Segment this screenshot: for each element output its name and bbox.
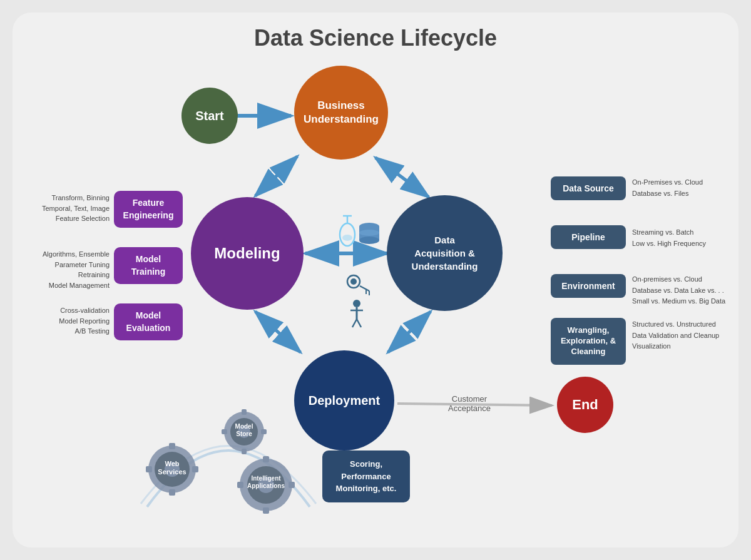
- svg-point-22: [359, 230, 379, 236]
- svg-line-25: [360, 286, 369, 291]
- svg-point-18: [342, 235, 352, 241]
- svg-rect-55: [263, 456, 269, 462]
- svg-point-19: [359, 223, 379, 230]
- modeling-circle: Modeling: [191, 197, 304, 310]
- start-circle: Start: [181, 88, 238, 144]
- svg-rect-58: [289, 482, 295, 488]
- svg-text:Intelligent: Intelligent: [251, 475, 281, 482]
- svg-rect-39: [192, 466, 198, 472]
- svg-rect-47: [242, 449, 247, 454]
- pipeline-label: Streaming vs. Batch Low vs. High Frequen…: [632, 227, 706, 249]
- svg-line-12: [388, 312, 431, 352]
- svg-text:Store: Store: [236, 430, 252, 437]
- svg-rect-57: [237, 482, 243, 488]
- feature-engineering-box: Feature Engineering: [114, 191, 183, 228]
- wrangling-label: Structured vs. Unstructured Data Validat…: [632, 319, 719, 352]
- model-evaluation-box: Model Evaluation: [114, 303, 183, 340]
- feature-eng-label: Transform, Binning Temporal, Text, Image…: [31, 193, 110, 224]
- data-acquisition-circle: DataAcquisition &Understanding: [387, 195, 503, 311]
- customer-acceptance-label: Customer Acceptance: [438, 394, 501, 413]
- business-understanding-circle: Business Understanding: [294, 66, 388, 160]
- end-circle: End: [557, 377, 613, 433]
- svg-rect-38: [146, 466, 152, 472]
- svg-line-6: [255, 156, 297, 196]
- model-training-box: Model Training: [114, 247, 183, 284]
- gears-area: Web Services Model Store Intelligent App…: [122, 382, 335, 519]
- svg-rect-48: [222, 429, 227, 434]
- data-source-box: Data Source: [551, 176, 626, 200]
- svg-rect-46: [242, 409, 247, 415]
- svg-point-15: [340, 223, 355, 246]
- svg-rect-20: [359, 227, 379, 240]
- scoring-box: Scoring, Performance Monitoring, etc.: [322, 451, 410, 502]
- svg-line-4: [376, 158, 429, 197]
- svg-line-31: [352, 319, 357, 327]
- svg-rect-56: [263, 507, 269, 514]
- data-source-label: On-Premises vs. Cloud Database vs. Files: [632, 177, 703, 199]
- environment-box: Environment: [551, 274, 626, 298]
- pipeline-box: Pipeline: [551, 225, 626, 249]
- svg-point-28: [353, 300, 360, 307]
- svg-line-5: [376, 158, 429, 197]
- svg-line-10: [255, 312, 300, 352]
- svg-line-7: [255, 156, 297, 196]
- svg-text:Model: Model: [235, 423, 253, 430]
- svg-line-11: [255, 312, 300, 352]
- svg-line-13: [388, 312, 431, 352]
- svg-rect-36: [169, 443, 175, 449]
- svg-text:Applications: Applications: [247, 482, 285, 489]
- svg-point-23: [347, 275, 360, 288]
- environment-label: On-premises vs. Cloud Database vs. Data …: [632, 274, 725, 307]
- svg-rect-49: [261, 429, 267, 434]
- page-title: Data Science Lifecycle: [13, 13, 738, 51]
- svg-rect-37: [169, 489, 175, 496]
- model-eval-label: Cross-validation Model Reporting A/B Tes…: [31, 305, 110, 337]
- model-train-label: Algorithms, Ensemble Parameter Tuning Re…: [31, 249, 110, 290]
- svg-text:Services: Services: [158, 468, 186, 476]
- svg-text:Web: Web: [165, 460, 179, 467]
- svg-point-24: [350, 278, 357, 285]
- svg-line-32: [357, 319, 361, 327]
- wrangling-box: Wrangling,Exploration, &Cleaning: [551, 318, 626, 365]
- svg-point-21: [359, 237, 379, 244]
- main-container: Data Science Lifecycle: [13, 13, 738, 547]
